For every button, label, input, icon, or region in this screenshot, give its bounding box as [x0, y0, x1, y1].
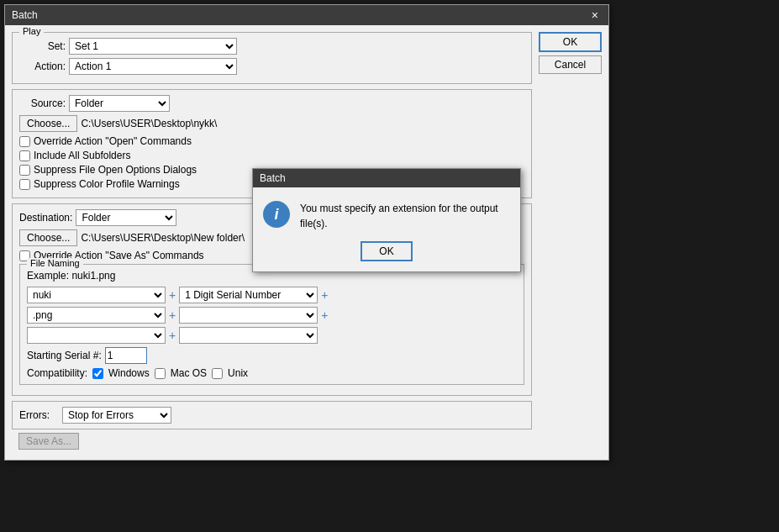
play-group: Play Set: Set 1 Action: Action 1 — [12, 32, 532, 84]
alert-body: i You must specify an extension for the … — [253, 187, 520, 241]
naming-select-2a[interactable]: .png .jpg .tif — [27, 307, 166, 324]
include-subfolders-label: Include All Subfolders — [34, 150, 130, 161]
info-icon: i — [263, 201, 290, 228]
close-button[interactable]: × — [588, 8, 602, 22]
example-label: Example: — [27, 270, 69, 282]
macos-label: Mac OS — [171, 367, 207, 379]
source-label: Source: — [19, 97, 66, 109]
title-bar: Batch × — [5, 5, 608, 25]
alert-ok-button[interactable]: OK — [361, 241, 412, 261]
suppress-file-open-label: Suppress File Open Options Dialogs — [34, 164, 197, 176]
destination-choose-button[interactable]: Choose... — [19, 229, 77, 246]
serial-row: Starting Serial #: — [27, 347, 517, 364]
macos-checkbox[interactable] — [155, 368, 166, 379]
compat-label: Compatibility: — [27, 367, 87, 379]
play-group-label: Play — [19, 26, 44, 36]
destination-select[interactable]: Folder None Save and Close — [76, 209, 176, 226]
naming-select-3b[interactable] — [179, 327, 318, 344]
naming-row-2: .png .jpg .tif + + — [27, 307, 517, 324]
action-row: Action: Action 1 — [19, 58, 524, 75]
naming-select-2b[interactable] — [179, 307, 318, 324]
unix-label: Unix — [228, 367, 248, 379]
alert-footer: OK — [253, 241, 520, 271]
include-subfolders-checkbox[interactable] — [19, 150, 30, 161]
set-row: Set: Set 1 — [19, 38, 524, 55]
plus-3: + — [169, 329, 176, 342]
plus-2: + — [169, 308, 176, 322]
file-naming-group: File Naming Example: nuki1.png nuki docu… — [19, 264, 524, 385]
suppress-color-profile-label: Suppress Color Profile Warnings — [34, 178, 180, 190]
alert-title-bar: Batch — [253, 169, 520, 187]
unix-checkbox[interactable] — [212, 368, 223, 379]
override-open-label: Override Action "Open" Commands — [34, 135, 192, 147]
alert-message: You must specify an extension for the ou… — [300, 201, 510, 231]
naming-select-3a[interactable] — [27, 327, 166, 344]
destination-label: Destination: — [19, 212, 72, 224]
alert-title: Batch — [260, 172, 286, 184]
compat-row: Compatibility: Windows Mac OS Unix — [27, 367, 517, 379]
plus-1: + — [169, 288, 176, 302]
source-choose-button[interactable]: Choose... — [19, 115, 77, 132]
override-open-row: Override Action "Open" Commands — [19, 135, 524, 147]
source-path: C:\Users\USER\Desktop\nykk\ — [81, 118, 217, 129]
destination-path: C:\Users\USER\Desktop\New folder\ — [81, 232, 245, 244]
save-as-button: Save As... — [18, 433, 79, 450]
naming-select-1a[interactable]: nuki document name DOCUMENT NAME — [27, 287, 166, 303]
errors-group: Errors: Stop for Errors Log Errors to Fi… — [12, 401, 532, 429]
cancel-button[interactable]: Cancel — [539, 55, 602, 74]
naming-row-1: nuki document name DOCUMENT NAME + 1 Dig… — [27, 287, 517, 303]
window-title: Batch — [12, 9, 38, 21]
errors-select[interactable]: Stop for Errors Log Errors to File — [62, 407, 171, 424]
side-buttons: OK Cancel — [539, 32, 602, 453]
naming-select-1b[interactable]: 1 Digit Serial Number 2 Digit Serial Num… — [179, 287, 318, 303]
naming-row-3: + — [27, 327, 517, 344]
set-label: Set: — [19, 40, 66, 52]
source-select[interactable]: Folder Import Opened Files Bridge — [69, 95, 170, 112]
serial-label: Starting Serial #: — [27, 350, 102, 361]
suppress-file-open-checkbox[interactable] — [19, 165, 30, 176]
override-open-checkbox[interactable] — [19, 136, 30, 147]
plus-1b: + — [321, 288, 328, 302]
errors-label: Errors: — [19, 409, 57, 421]
windows-checkbox[interactable] — [92, 368, 103, 379]
source-row: Source: Folder Import Opened Files Bridg… — [19, 95, 524, 112]
source-choose-row: Choose... C:\Users\USER\Desktop\nykk\ — [19, 115, 524, 132]
set-select[interactable]: Set 1 — [69, 38, 237, 55]
alert-dialog: Batch i You must specify an extension fo… — [252, 168, 521, 272]
ok-button[interactable]: OK — [539, 32, 602, 52]
example-value: nuki1.png — [71, 270, 115, 282]
file-naming-label: File Naming — [27, 258, 83, 268]
serial-input[interactable] — [105, 347, 147, 364]
save-as-row: Save As... — [12, 433, 532, 453]
action-select[interactable]: Action 1 — [69, 58, 237, 75]
suppress-color-profile-checkbox[interactable] — [19, 179, 30, 190]
plus-2b: + — [321, 308, 328, 322]
action-label: Action: — [19, 61, 66, 72]
include-subfolders-row: Include All Subfolders — [19, 150, 524, 161]
windows-label: Windows — [108, 367, 150, 379]
